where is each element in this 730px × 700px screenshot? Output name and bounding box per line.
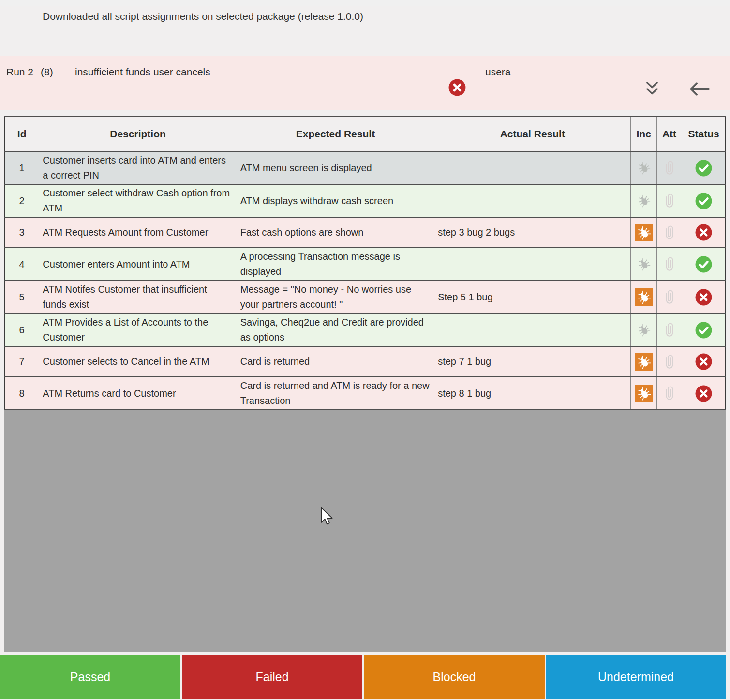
step-actual[interactable]: step 7 1 bug bbox=[434, 346, 631, 377]
column-header-att: Att bbox=[656, 117, 682, 151]
column-header-id: Id bbox=[4, 117, 39, 151]
step-id: 3 bbox=[4, 217, 39, 248]
column-header-description: Description bbox=[39, 117, 237, 151]
step-actual[interactable] bbox=[434, 313, 631, 346]
column-header-expected-result: Expected Result bbox=[237, 117, 434, 151]
paperclip-icon[interactable] bbox=[664, 256, 675, 272]
status-passed-icon bbox=[695, 192, 713, 210]
paperclip-icon[interactable] bbox=[664, 225, 675, 240]
top-divider bbox=[0, 0, 730, 6]
table-row[interactable]: 5 ATM Notifes Customer that insufficient… bbox=[4, 281, 726, 313]
paperclip-icon[interactable] bbox=[664, 354, 675, 370]
test-steps-table: Id Description Expected Result Actual Re… bbox=[4, 116, 726, 410]
step-expected: A processing Transaction message is disp… bbox=[237, 248, 434, 281]
step-id: 7 bbox=[4, 346, 39, 377]
step-actual[interactable] bbox=[434, 248, 631, 281]
paperclip-icon[interactable] bbox=[664, 289, 675, 305]
table-row[interactable]: 3 ATM Requests Amount from Customer Fast… bbox=[4, 217, 726, 248]
table-row[interactable]: 1 Customer inserts card into ATM and ent… bbox=[4, 151, 726, 184]
column-header-actual-result: Actual Result bbox=[434, 117, 631, 151]
step-actual[interactable] bbox=[434, 151, 631, 184]
step-description: Customer inserts card into ATM and enter… bbox=[39, 151, 237, 184]
step-description: ATM Notifes Customer that insufficient f… bbox=[39, 281, 237, 313]
step-id: 1 bbox=[4, 151, 39, 184]
table-header-row: Id Description Expected Result Actual Re… bbox=[4, 117, 726, 151]
status-passed-icon bbox=[695, 255, 713, 273]
passed-button[interactable]: Passed bbox=[0, 655, 180, 699]
step-actual[interactable] bbox=[434, 184, 631, 217]
failed-button[interactable]: Failed bbox=[182, 655, 362, 699]
bug-incident-icon[interactable] bbox=[635, 224, 653, 241]
status-message: Downloaded all script assignments on sel… bbox=[43, 11, 363, 22]
step-expected: Card is returned bbox=[237, 346, 434, 377]
step-expected: Savinga, Cheq2ue and Credit are provided… bbox=[237, 313, 434, 346]
step-description: Customer selects to Cancel in the ATM bbox=[39, 346, 237, 377]
paperclip-icon[interactable] bbox=[664, 322, 675, 338]
bug-icon[interactable] bbox=[635, 255, 653, 273]
blocked-button[interactable]: Blocked bbox=[364, 655, 545, 699]
undetermined-button[interactable]: Undetermined bbox=[546, 655, 726, 699]
table-row[interactable]: 6 ATM Provides a List of Accounts to the… bbox=[4, 313, 726, 346]
step-expected: ATM displays withdraw cash screen bbox=[237, 184, 434, 217]
table-row[interactable]: 4 Customer enters Amount into ATM A proc… bbox=[4, 248, 726, 281]
bug-incident-icon[interactable] bbox=[635, 288, 653, 306]
step-actual[interactable]: Step 5 1 bug bbox=[434, 281, 631, 313]
run-label: Run 2 bbox=[6, 66, 33, 78]
run-failed-status-icon bbox=[448, 78, 466, 97]
step-description: ATM Provides a List of Accounts to the C… bbox=[39, 313, 237, 346]
status-passed-icon bbox=[695, 159, 713, 177]
status-passed-icon bbox=[695, 321, 713, 339]
step-description: ATM Returns card to Customer bbox=[39, 377, 237, 410]
double-chevron-down-icon[interactable] bbox=[643, 81, 661, 97]
mouse-cursor bbox=[320, 507, 334, 525]
step-description: Customer enters Amount into ATM bbox=[39, 248, 237, 281]
step-id: 4 bbox=[4, 248, 39, 281]
step-id: 5 bbox=[4, 281, 39, 313]
table-row[interactable]: 8 ATM Returns card to Customer Card is r… bbox=[4, 377, 726, 410]
empty-workspace-area bbox=[4, 410, 726, 652]
step-id: 6 bbox=[4, 313, 39, 346]
status-failed-icon bbox=[695, 288, 713, 306]
table-row[interactable]: 2 Customer select withdraw Cash option f… bbox=[4, 184, 726, 217]
paperclip-icon[interactable] bbox=[664, 160, 675, 176]
status-failed-icon bbox=[695, 223, 713, 241]
run-header-bar: Run 2 (8) insufficient funds user cancel… bbox=[0, 56, 730, 110]
step-description: Customer select withdraw Cash option fro… bbox=[39, 184, 237, 217]
paperclip-icon[interactable] bbox=[664, 193, 675, 209]
paperclip-icon[interactable] bbox=[664, 386, 675, 401]
run-user: usera bbox=[485, 66, 511, 78]
step-expected: Card is returned and ATM is ready for a … bbox=[237, 377, 434, 410]
step-expected: Message = "No money - No worries use you… bbox=[237, 281, 434, 313]
table-row[interactable]: 7 Customer selects to Cancel in the ATM … bbox=[4, 346, 726, 377]
step-actual[interactable]: step 3 bug 2 bugs bbox=[434, 217, 631, 248]
step-expected: ATM menu screen is displayed bbox=[237, 151, 434, 184]
bug-incident-icon[interactable] bbox=[635, 385, 653, 402]
step-actual[interactable]: step 8 1 bug bbox=[434, 377, 631, 410]
step-id: 2 bbox=[4, 184, 39, 217]
bug-icon[interactable] bbox=[635, 321, 653, 339]
back-arrow-icon[interactable] bbox=[689, 81, 710, 97]
bug-incident-icon[interactable] bbox=[635, 353, 653, 371]
column-header-status: Status bbox=[682, 117, 726, 151]
step-description: ATM Requests Amount from Customer bbox=[39, 217, 237, 248]
step-id: 8 bbox=[4, 377, 39, 410]
step-expected: Fast cash options are shown bbox=[237, 217, 434, 248]
column-header-inc: Inc bbox=[631, 117, 656, 151]
bug-icon[interactable] bbox=[635, 192, 653, 209]
status-failed-icon bbox=[695, 385, 713, 402]
run-title: insufficient funds user cancels bbox=[75, 66, 210, 78]
status-failed-icon bbox=[695, 353, 713, 371]
bug-icon[interactable] bbox=[635, 159, 653, 177]
status-button-bar: Passed Failed Blocked Undetermined bbox=[0, 655, 730, 699]
run-step-count: (8) bbox=[41, 66, 53, 78]
